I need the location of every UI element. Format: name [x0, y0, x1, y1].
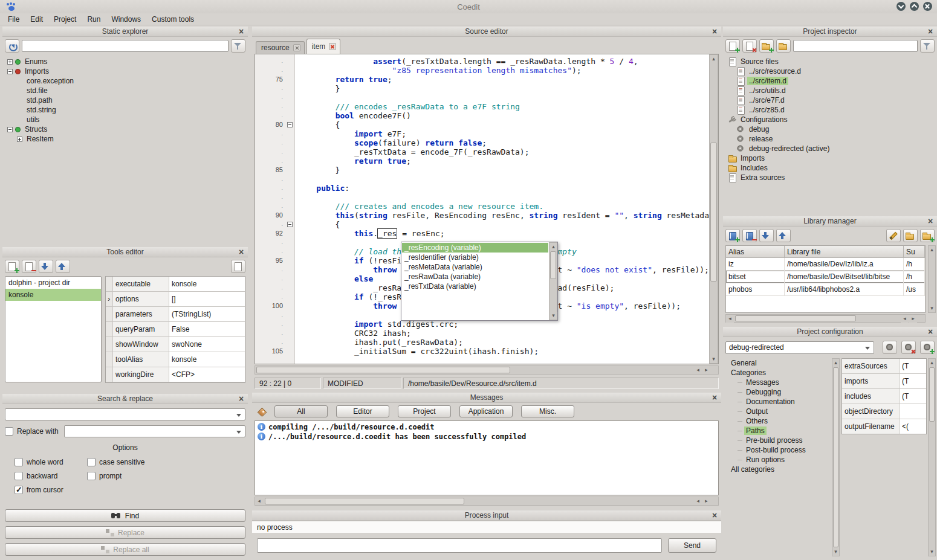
config-category-debugging[interactable]: Debugging	[725, 387, 831, 397]
library-row-iz[interactable]: iz/home/basile/Dev/Iz/lib/iz.a/h	[726, 258, 925, 271]
tree-item-core-exception[interactable]: core.exception	[4, 76, 247, 86]
code-line[interactable]: .	[255, 93, 709, 102]
scroll-thumb[interactable]	[833, 367, 838, 547]
filter-editor[interactable]: Editor	[336, 405, 389, 417]
configuration-grid-scrollbar[interactable]	[928, 358, 936, 556]
property-value[interactable]: (T	[900, 389, 926, 404]
menu-run[interactable]: Run	[82, 14, 106, 25]
scroll-thumb[interactable]	[265, 498, 464, 504]
tree-item-std-path[interactable]: std.path	[4, 95, 247, 105]
property-value[interactable]: (T	[900, 374, 926, 388]
library-from-folder-button[interactable]	[903, 229, 918, 242]
configuration-tree-scrollbar[interactable]	[832, 358, 840, 556]
completion-item-resmetadata[interactable]: _resMetaData (variable)	[402, 262, 548, 272]
scroll-thumb[interactable]	[710, 143, 717, 282]
code-line[interactable]: .	[255, 175, 709, 184]
checkbox-icon[interactable]	[87, 458, 96, 466]
close-panel-icon[interactable]	[926, 327, 935, 336]
code-line[interactable]: 105 _initialSum = crc322uint(ihash.finis…	[255, 347, 709, 356]
messages-hscrollbar[interactable]	[255, 497, 719, 506]
remove-source-button[interactable]	[742, 39, 757, 53]
close-panel-icon[interactable]	[237, 27, 245, 36]
tool-item-dolphin-project-dir[interactable]: dolphin - project dir	[5, 277, 101, 289]
message-row[interactable]: /.../build/resource.d.coedit has been su…	[256, 432, 717, 442]
code-line[interactable]: .	[255, 193, 709, 202]
collapse-icon[interactable]	[7, 127, 13, 132]
filter-all[interactable]: All	[274, 405, 328, 417]
checkbox-icon[interactable]	[15, 458, 23, 466]
option-from-cursor[interactable]: from cursor	[15, 486, 87, 494]
property-value[interactable]: (T	[900, 359, 926, 373]
scroll-up-icon[interactable]	[929, 246, 935, 254]
add-library-button[interactable]	[725, 229, 740, 242]
replace-with-checkbox[interactable]	[5, 427, 13, 436]
scroll-left-icon[interactable]	[901, 315, 909, 323]
edit-library-button[interactable]	[886, 229, 901, 242]
property-value[interactable]: False	[169, 322, 245, 336]
config-category-categories[interactable]: Categories	[725, 368, 831, 378]
code-line[interactable]: . return true;	[255, 156, 709, 166]
replace-text-combo[interactable]	[64, 425, 245, 437]
filter-application[interactable]: Application	[459, 405, 513, 417]
scroll-down-icon[interactable]	[929, 304, 935, 312]
inspector-item-release[interactable]: release	[724, 134, 936, 144]
tree-item-imports[interactable]: Imports	[4, 66, 247, 76]
tree-item-resitem[interactable]: ResItem	[4, 134, 247, 144]
tab-close-icon[interactable]	[329, 43, 336, 50]
inspector-item-src-resource-d[interactable]: ../src/resource.d	[724, 66, 936, 76]
library-from-project-button[interactable]	[920, 229, 935, 242]
config-category-others[interactable]: Others	[725, 416, 831, 426]
scroll-right-icon[interactable]	[702, 366, 710, 374]
filter-misc[interactable]: Misc.	[521, 405, 574, 417]
code-line[interactable]: . /// creates and encodes a new resource…	[255, 202, 709, 211]
move-library-down-button[interactable]	[759, 229, 774, 242]
expand-icon[interactable]	[17, 137, 22, 142]
symbol-search-input[interactable]	[22, 40, 229, 52]
close-panel-icon[interactable]	[237, 247, 245, 257]
code-line[interactable]: . scope(failure) return false;	[255, 138, 709, 147]
library-row-phobos[interactable]: phobos/usr/lib64/libphobos2.a/us	[726, 283, 925, 296]
config-category-all-categories[interactable]: All categories	[725, 465, 831, 474]
property-value[interactable]: konsole	[169, 352, 245, 367]
messages-list[interactable]: compiling /.../build/resource.d.coedit/.…	[255, 420, 719, 495]
scroll-down-icon[interactable]	[710, 355, 718, 363]
shade-window-icon[interactable]	[896, 2, 906, 11]
config-category-output[interactable]: Output	[725, 407, 831, 416]
tree-item-std-file[interactable]: std.file	[4, 86, 247, 95]
scroll-thumb[interactable]	[550, 251, 556, 279]
replace-all-button[interactable]: Replace all	[5, 543, 245, 556]
editor-hscrollbar[interactable]	[255, 365, 719, 375]
property-value[interactable]: swoNone	[169, 337, 245, 352]
inspector-item-source-files[interactable]: Source files	[724, 57, 936, 66]
collapse-icon[interactable]	[7, 69, 13, 74]
replace-button[interactable]: Replace	[5, 526, 245, 539]
tree-item-utils[interactable]: utils	[4, 115, 247, 124]
scroll-up-icon[interactable]	[550, 243, 557, 251]
open-folder-button[interactable]	[776, 39, 791, 53]
move-tool-up-button[interactable]	[56, 260, 70, 273]
menu-project[interactable]: Project	[48, 14, 82, 25]
code-line[interactable]: 85 }	[255, 166, 709, 175]
tab-resource[interactable]: resource	[256, 41, 305, 54]
scroll-thumb[interactable]	[256, 367, 510, 373]
move-tool-down-button[interactable]	[39, 260, 53, 273]
add-source-button[interactable]	[725, 39, 740, 53]
fold-marker-icon[interactable]	[287, 222, 293, 227]
scroll-down-icon[interactable]	[550, 312, 557, 320]
tree-item-std-string[interactable]: std.string	[4, 105, 247, 115]
scroll-thumb[interactable]	[735, 315, 856, 321]
tree-item-structs[interactable]: Structs	[4, 124, 247, 134]
move-library-up-button[interactable]	[776, 229, 791, 242]
editor-vscrollbar[interactable]	[709, 54, 718, 364]
remove-tool-button[interactable]	[22, 260, 36, 273]
close-panel-icon[interactable]	[926, 27, 935, 36]
code-line[interactable]: . import e7F;	[255, 129, 709, 138]
code-line[interactable]: 80 {	[255, 120, 709, 129]
remove-library-button[interactable]	[742, 229, 757, 242]
code-line[interactable]: . assert(_resTxtData.length == _resRawDa…	[255, 57, 709, 66]
config-category-general[interactable]: General	[725, 358, 831, 368]
popup-scrollbar[interactable]	[549, 242, 557, 320]
config-category-pre-build-process[interactable]: Pre-build process	[725, 436, 831, 445]
option-whole-word[interactable]: whole word	[15, 458, 87, 466]
menu-file[interactable]: File	[2, 14, 25, 25]
